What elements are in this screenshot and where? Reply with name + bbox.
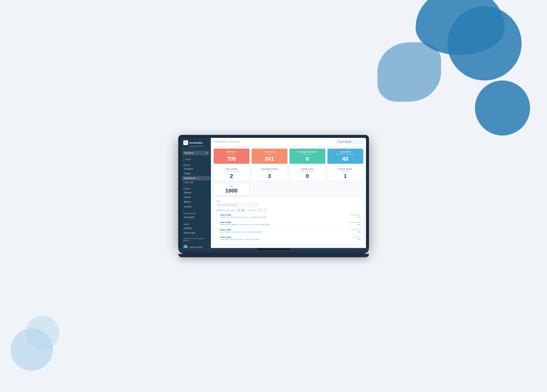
sidebar-item-surveys[interactable]: Surveys [182, 204, 210, 209]
secure-visit-value: 48 [330, 156, 361, 162]
notif-meta-2: 25 minutes ago View [349, 221, 361, 226]
notif-time-1: 8 minutes ago [350, 214, 361, 216]
notif-body-4: Carer is late Phair Soto is late to visi… [220, 236, 350, 240]
notif-link-2[interactable]: NURSE Annie Williams is late to visit 11… [220, 224, 270, 226]
communicate-label: Communicate [181, 212, 211, 215]
metrics-label: Metrics [184, 201, 191, 203]
sidebar-item-notifications[interactable]: Notifications [182, 176, 210, 180]
stat-card-secure-visit[interactable]: SecureVisit Problems in check in/out 48 [327, 148, 363, 164]
team-selector-label: All teams [185, 152, 193, 154]
sidebar-item-home[interactable]: ⌂ Home [181, 157, 211, 162]
notif-title-1: Carer is late [220, 214, 349, 216]
notif-view-1[interactable]: View [350, 216, 361, 218]
notif-link-3[interactable]: Dave Phillips is late to visit 11:00 - 1… [220, 231, 263, 233]
sidebar-item-metrics[interactable]: Metrics [182, 200, 210, 204]
notif-body-3: Carer is late Dave Phillips is late to v… [220, 229, 347, 233]
late-visits-subtitle: React [254, 153, 285, 155]
sidebar-item-send-sms[interactable]: Send SMS [182, 215, 210, 220]
notif-detail-3: Dave Phillips is late to visit 11:00 - 1… [220, 231, 347, 233]
chevron-down-icon: ▾ [206, 152, 207, 154]
notif-checkbox-2[interactable] [216, 221, 219, 224]
user-avatar: JS [183, 245, 188, 248]
stat-card-incident-reports[interactable]: Incident reports Keep track 1 [327, 166, 363, 181]
notif-link-1[interactable]: Pauline O'Connell is late to visit 11:15… [220, 216, 267, 218]
stat-card-family-portal[interactable]: Family portal Check latest activity 0 [289, 166, 326, 181]
bg-decoration-2 [447, 6, 522, 80]
notif-row-2: Carer is late NURSE Annie Williams is la… [216, 220, 361, 227]
notif-view-2[interactable]: View [349, 224, 361, 226]
type-filter[interactable]: Filter notification types ▾ [216, 203, 259, 207]
notif-row-1: Carer is late Pauline O'Connell is late … [216, 212, 361, 220]
incident-reports-subtitle: Keep track [330, 171, 361, 172]
next-page-button[interactable]: › [263, 208, 267, 212]
notifications-label: Notifications [184, 177, 196, 179]
stat-card-carer-activity[interactable]: Carer activity For your information 2 [213, 166, 250, 181]
family-portal-value: 0 [292, 173, 323, 179]
breadcrumb-part2[interactable]: All teams [230, 140, 240, 143]
sidebar-item-schedule[interactable]: Schedule [182, 167, 210, 171]
stat-card-upcoming-reviews[interactable]: Upcoming reviews Prepare 3 [251, 166, 287, 181]
sidebar-footer: JS Jayne Scarman [181, 243, 211, 248]
notif-checkbox-4[interactable] [216, 236, 219, 239]
notif-view-3[interactable]: View [349, 231, 361, 233]
laptop-foot [178, 254, 369, 257]
schedule-label: Schedule [184, 168, 193, 170]
carer-activity-title: Carer activity [216, 168, 247, 170]
notif-checkbox-1[interactable] [216, 214, 219, 216]
stat-card-late-visits[interactable]: Late visits React 241 [251, 148, 287, 164]
upcoming-reviews-subtitle: Prepare [254, 171, 285, 172]
manage-label: Manage [181, 163, 211, 166]
sidebar-item-reports[interactable]: Reports [182, 190, 210, 195]
compliances-subtitle: Take action [292, 153, 323, 155]
notif-detail-2: NURSE Annie Williams is late to visit 11… [220, 224, 347, 226]
stat-card-all[interactable]: All 1000 [213, 183, 250, 196]
page-range: 1-10 of 1000 [246, 209, 257, 211]
prev-page-button[interactable]: ‹ [258, 208, 262, 212]
send-sms-label: Send SMS [184, 216, 194, 219]
reports-label: Reports [184, 192, 191, 194]
stat-card-emar[interactable]: eMAR alerts Act now 705 [213, 148, 250, 164]
breadcrumb-part1[interactable]: Notifications [214, 140, 228, 143]
sidebar-item-settings[interactable]: Settings [182, 226, 210, 230]
upcoming-reviews-value: 3 [254, 173, 285, 179]
notif-checkbox-3[interactable] [216, 229, 219, 231]
type-filter-placeholder: Filter notification types [218, 204, 237, 206]
notif-time-3: 25 minutes ago [349, 229, 361, 231]
compliances-title: Expiring compliances [292, 151, 323, 153]
team-selector[interactable]: All teams ▾ [183, 151, 209, 155]
laptop-screen: ♥ nursebuddy Happy Home Care All teams ▾… [178, 135, 369, 248]
bg-decoration-3 [377, 42, 441, 102]
per-page-label: Notifications per page [216, 209, 235, 211]
share-ideas-link[interactable]: Share your improvement ideas! ↗ [181, 237, 211, 243]
notif-time-4: an hour ago [352, 236, 361, 238]
notif-row-4: Carer is late Phair Soto is late to visi… [216, 234, 361, 242]
stat-card-compliances[interactable]: Expiring compliances Take action 0 [289, 148, 326, 164]
family-portal-title: Family portal [292, 168, 323, 170]
sidebar-item-payroll[interactable]: Payroll [182, 195, 210, 199]
upcoming-reviews-title: Upcoming reviews [254, 168, 285, 170]
sidebar-section-communicate: Communicate Send SMS [181, 210, 211, 221]
notif-body-2: Carer is late NURSE Annie Williams is la… [220, 221, 347, 226]
sidebar-item-people[interactable]: People [182, 171, 210, 176]
all-title: All [216, 185, 247, 187]
notifications-list: Type Filter notification types ▾ Notific… [213, 198, 363, 244]
notif-body-1: Carer is late Pauline O'Connell is late … [220, 214, 349, 218]
notification-dot [197, 178, 199, 179]
search-input[interactable] [335, 140, 363, 144]
main-content: Notifications / All teams eMAR alerts Ac… [211, 138, 366, 248]
sidebar-item-export-data[interactable]: Export data [182, 231, 210, 235]
export-data-label: Export data [184, 232, 195, 234]
all-value: 1000 [216, 188, 247, 193]
notif-link-4[interactable]: Phair Soto is late to visit 10:00 - 11:0… [220, 239, 260, 240]
content-area: eMAR alerts Act now 705 Late visits Reac… [211, 146, 366, 247]
notif-view-4[interactable]: View [352, 239, 361, 240]
sidebar: ♥ nursebuddy Happy Home Care All teams ▾… [181, 138, 211, 248]
pagination-row: Notifications per page 10 20 50 1-10 of … [216, 208, 361, 212]
notif-meta-4: an hour ago View [352, 236, 361, 240]
sidebar-item-add-new[interactable]: + Add new [181, 181, 211, 184]
per-page-select[interactable]: 10 20 50 [236, 208, 245, 212]
laptop: ♥ nursebuddy Happy Home Care All teams ▾… [178, 135, 369, 257]
home-icon: ⌂ [183, 158, 185, 160]
settings-label: Settings [184, 227, 192, 229]
bg-decoration-6 [25, 316, 59, 350]
